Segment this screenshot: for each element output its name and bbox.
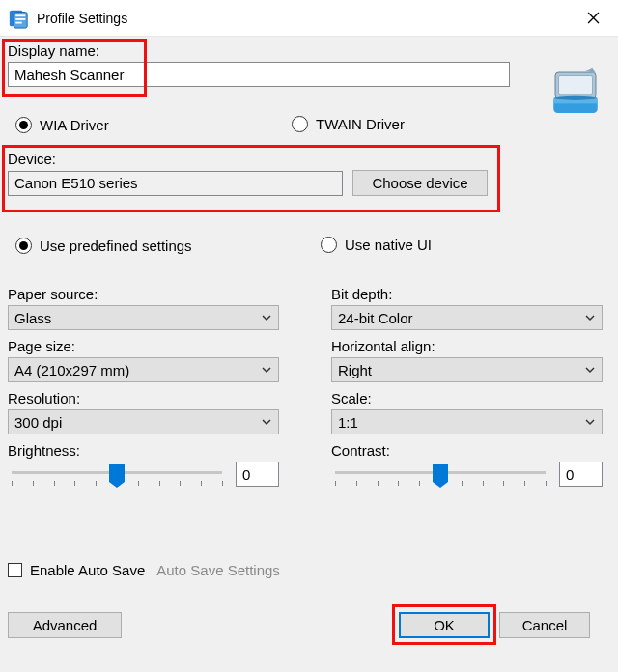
radio-circle-icon: [15, 117, 32, 133]
twain-driver-radio[interactable]: TWAIN Driver: [292, 116, 405, 132]
chevron-down-icon: [584, 312, 596, 323]
wia-driver-radio[interactable]: WIA Driver: [15, 117, 109, 133]
contrast-slider[interactable]: [331, 462, 549, 492]
predefined-settings-label: Use predefined settings: [40, 238, 192, 254]
svg-rect-8: [559, 76, 593, 95]
radio-circle-icon: [15, 238, 32, 254]
chevron-down-icon: [261, 416, 272, 428]
checkbox-box-icon: [8, 563, 22, 577]
app-icon: [8, 8, 29, 29]
chevron-down-icon: [584, 416, 596, 428]
svg-point-11: [553, 96, 598, 100]
scale-value: 1:1: [338, 414, 358, 431]
advanced-button[interactable]: Advanced: [8, 612, 122, 638]
bit-depth-combo[interactable]: 24-bit Color: [331, 305, 603, 330]
horizontal-align-value: Right: [338, 362, 372, 378]
svg-rect-1: [14, 12, 27, 28]
resolution-combo[interactable]: 300 dpi: [8, 409, 279, 434]
brightness-label: Brightness:: [8, 442, 279, 459]
ok-button[interactable]: OK: [399, 612, 490, 638]
scanner-icon: [548, 66, 603, 123]
titlebar: Profile Settings: [0, 0, 618, 37]
resolution-value: 300 dpi: [14, 414, 62, 431]
cancel-button[interactable]: Cancel: [499, 612, 590, 638]
radio-circle-icon: [321, 237, 337, 253]
native-ui-radio[interactable]: Use native UI: [321, 237, 432, 253]
slider-thumb-icon: [109, 464, 125, 482]
scale-label: Scale:: [331, 390, 603, 406]
window-title: Profile Settings: [37, 11, 574, 26]
device-display: Canon E510 series: [8, 171, 343, 196]
page-size-value: A4 (210x297 mm): [14, 362, 129, 378]
display-name-input[interactable]: [8, 62, 510, 87]
display-name-label: Display name:: [8, 42, 510, 59]
device-label: Device:: [8, 151, 488, 167]
horizontal-align-combo[interactable]: Right: [331, 357, 603, 382]
radio-circle-icon: [292, 116, 308, 132]
brightness-value[interactable]: [236, 462, 279, 487]
contrast-value[interactable]: [559, 462, 603, 487]
close-button[interactable]: [574, 3, 612, 34]
bit-depth-label: Bit depth:: [331, 286, 603, 302]
slider-thumb-icon: [433, 464, 448, 482]
twain-driver-label: TWAIN Driver: [316, 116, 405, 132]
choose-device-button[interactable]: Choose device: [352, 170, 488, 196]
svg-rect-2: [15, 14, 25, 16]
page-size-label: Page size:: [8, 338, 279, 354]
scale-combo[interactable]: 1:1: [331, 409, 603, 434]
auto-save-settings-link: Auto Save Settings: [156, 562, 280, 578]
bit-depth-value: 24-bit Color: [338, 310, 413, 326]
paper-source-value: Glass: [14, 310, 51, 326]
enable-auto-save-label: Enable Auto Save: [30, 562, 145, 578]
paper-source-label: Paper source:: [8, 286, 279, 302]
chevron-down-icon: [261, 364, 272, 376]
contrast-label: Contrast:: [331, 442, 603, 459]
enable-auto-save-checkbox[interactable]: Enable Auto Save: [8, 562, 145, 578]
svg-rect-3: [15, 18, 25, 20]
close-icon: [587, 12, 600, 24]
resolution-label: Resolution:: [8, 390, 279, 406]
chevron-down-icon: [584, 364, 596, 376]
svg-rect-4: [15, 21, 21, 23]
brightness-slider[interactable]: [8, 462, 226, 492]
predefined-settings-radio[interactable]: Use predefined settings: [15, 238, 192, 254]
wia-driver-label: WIA Driver: [40, 117, 109, 133]
paper-source-combo[interactable]: Glass: [8, 305, 279, 330]
chevron-down-icon: [261, 312, 272, 323]
page-size-combo[interactable]: A4 (210x297 mm): [8, 357, 279, 382]
native-ui-label: Use native UI: [345, 237, 432, 253]
horizontal-align-label: Horizontal align:: [331, 338, 603, 354]
